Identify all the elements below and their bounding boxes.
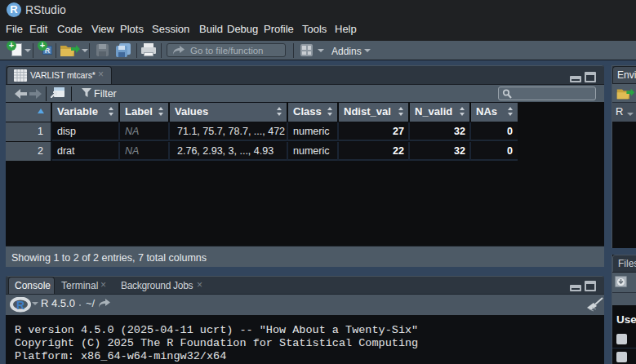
svg-text:R: R (16, 299, 24, 312)
